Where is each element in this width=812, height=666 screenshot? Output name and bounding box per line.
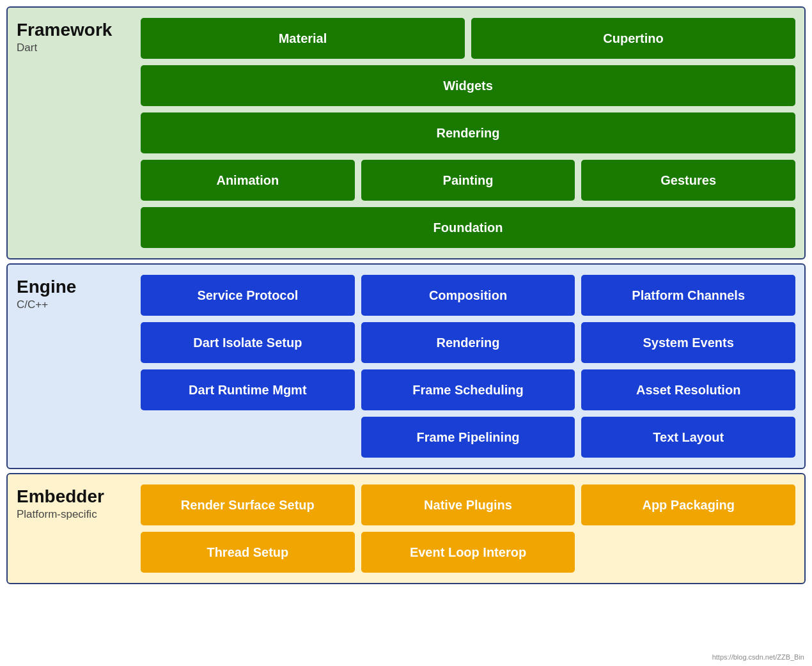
painting-cell: Painting — [361, 160, 575, 201]
event-loop-cell: Event Loop Interop — [361, 532, 575, 573]
embedder-content: Render Surface Setup Native Plugins App … — [141, 484, 795, 573]
engine-section: Engine C/C++ Service Protocol Compositio… — [6, 263, 806, 469]
framework-content: Material Cupertino Widgets Rendering Ani… — [141, 18, 795, 248]
frame-pipelining-cell: Frame Pipelining — [361, 417, 575, 458]
asset-resolution-cell: Asset Resolution — [581, 369, 795, 410]
rendering-eng-cell: Rendering — [361, 322, 575, 363]
engine-row-3: Dart Runtime Mgmt Frame Scheduling Asset… — [141, 369, 795, 410]
framework-title: Framework — [17, 20, 132, 40]
render-surface-cell: Render Surface Setup — [141, 484, 355, 525]
dart-runtime-cell: Dart Runtime Mgmt — [141, 369, 355, 410]
app-packaging-cell: App Packaging — [581, 484, 795, 525]
embedder-row-2: Thread Setup Event Loop Interop — [141, 532, 795, 573]
embedder-row-1: Render Surface Setup Native Plugins App … — [141, 484, 795, 525]
engine-title: Engine — [17, 277, 132, 297]
framework-section: Framework Dart Material Cupertino Widget… — [6, 6, 806, 259]
engine-empty-cell — [141, 417, 355, 458]
embedder-empty-cell — [581, 532, 795, 573]
text-layout-cell: Text Layout — [581, 417, 795, 458]
framework-row-3: Rendering — [141, 112, 795, 153]
gestures-cell: Gestures — [581, 160, 795, 201]
service-protocol-cell: Service Protocol — [141, 275, 355, 316]
embedder-subtitle: Platform-specific — [17, 508, 132, 521]
frame-scheduling-cell: Frame Scheduling — [361, 369, 575, 410]
engine-row-4: Frame Pipelining Text Layout — [141, 417, 795, 458]
cupertino-cell: Cupertino — [471, 18, 795, 59]
native-plugins-cell: Native Plugins — [361, 484, 575, 525]
thread-setup-cell: Thread Setup — [141, 532, 355, 573]
material-cell: Material — [141, 18, 465, 59]
system-events-cell: System Events — [581, 322, 795, 363]
framework-subtitle: Dart — [17, 42, 132, 54]
framework-row-5: Foundation — [141, 207, 795, 248]
framework-label: Framework Dart — [17, 18, 132, 248]
rendering-fw-cell: Rendering — [141, 112, 795, 153]
engine-row-2: Dart Isolate Setup Rendering System Even… — [141, 322, 795, 363]
framework-row-2: Widgets — [141, 65, 795, 106]
platform-channels-cell: Platform Channels — [581, 275, 795, 316]
watermark: https://blog.csdn.net/ZZB_Bin — [712, 653, 804, 661]
engine-content: Service Protocol Composition Platform Ch… — [141, 275, 795, 458]
dart-isolate-cell: Dart Isolate Setup — [141, 322, 355, 363]
engine-subtitle: C/C++ — [17, 298, 132, 311]
embedder-label: Embedder Platform-specific — [17, 484, 132, 573]
embedder-title: Embedder — [17, 487, 132, 507]
engine-row-1: Service Protocol Composition Platform Ch… — [141, 275, 795, 316]
engine-label: Engine C/C++ — [17, 275, 132, 458]
foundation-cell: Foundation — [141, 207, 795, 248]
embedder-section: Embedder Platform-specific Render Surfac… — [6, 473, 806, 584]
framework-row-1: Material Cupertino — [141, 18, 795, 59]
composition-cell: Composition — [361, 275, 575, 316]
animation-cell: Animation — [141, 160, 355, 201]
widgets-cell: Widgets — [141, 65, 795, 106]
framework-row-4: Animation Painting Gestures — [141, 160, 795, 201]
